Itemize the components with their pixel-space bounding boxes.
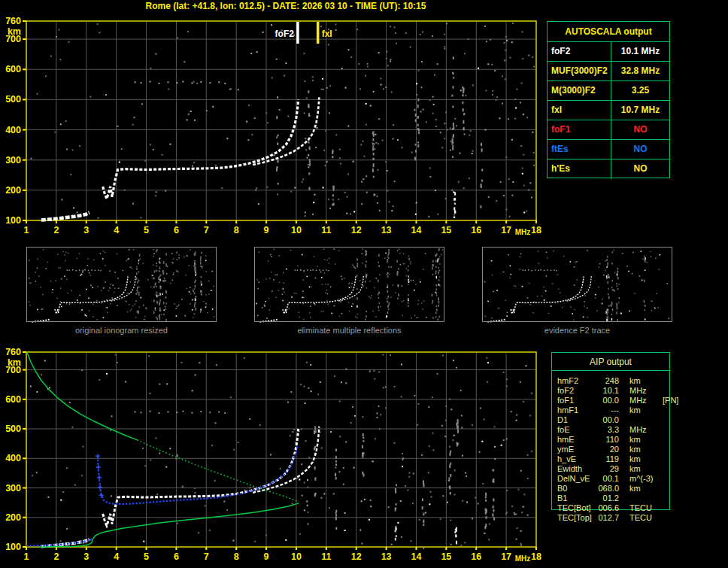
aip-unit: TECU — [619, 503, 658, 513]
svg-text:10: 10 — [291, 225, 302, 235]
aip-label: ymE — [557, 445, 596, 454]
aip-note — [658, 386, 669, 396]
svg-text:300: 300 — [5, 155, 21, 166]
aip-unit: km — [619, 454, 658, 464]
aip-note — [658, 484, 669, 494]
svg-text:2: 2 — [53, 225, 59, 235]
aip-unit — [619, 415, 658, 425]
autoscala-row-MUF(3000)F2: MUF(3000)F232.8 MHz — [548, 62, 669, 81]
aip-unit: TECU — [619, 513, 658, 523]
thumbnail-caption: evidence F2 trace — [482, 326, 672, 335]
autoscala-row-fxI: fxI10.7 MHz — [548, 101, 669, 120]
aip-unit: m^(-3) — [619, 474, 658, 484]
svg-text:18: 18 — [531, 551, 541, 562]
svg-text:2: 2 — [53, 551, 59, 562]
aip-value: 006.6 — [596, 503, 619, 513]
aip-note — [658, 405, 669, 415]
aip-value: 20 — [596, 445, 619, 454]
aip-label: D1 — [557, 415, 596, 425]
aip-note — [658, 494, 669, 503]
autoscala-table-rows: foF210.1 MHzMUF(3000)F232.8 MHzM(3000)F2… — [548, 42, 669, 179]
aip-row-hmE: hmE110km — [552, 435, 669, 445]
page-title: Rome (lat: +41.8, lon: 012.5) - DATE: 20… — [26, 1, 545, 11]
top-plot-noise — [31, 23, 535, 219]
autoscala-param-value: NO — [611, 120, 669, 139]
svg-text:500: 500 — [5, 424, 21, 434]
aip-label: DelN_vE — [557, 474, 596, 484]
aip-table-header: AIP output — [552, 353, 669, 371]
aip-value: 119 — [596, 454, 619, 464]
svg-text:16: 16 — [471, 225, 481, 235]
autoscala-row-h'Es: h'EsNO — [548, 159, 669, 179]
aip-note — [658, 474, 669, 484]
svg-text:200: 200 — [5, 185, 21, 196]
aip-label: foF1 — [557, 396, 596, 405]
aip-value: 00.0 — [596, 415, 619, 425]
svg-text:6: 6 — [174, 551, 179, 562]
thumbnail-caption: original ionogram resized — [26, 326, 217, 335]
svg-text:8: 8 — [234, 225, 239, 235]
top-plot-traces — [41, 97, 319, 220]
aip-note — [658, 415, 669, 425]
top-ionogram-plot: 760700600500400300200100km12345678910111… — [5, 16, 541, 236]
autoscala-param-label: fxI — [548, 101, 611, 120]
autoscala-param-value: 10.1 MHz — [611, 42, 669, 61]
svg-text:100: 100 — [5, 215, 21, 226]
aip-label: foE — [557, 425, 596, 435]
svg-text:400: 400 — [5, 453, 21, 463]
aip-label: B1 — [557, 494, 596, 503]
aip-output-table: AIP output hmF2248kmfoF210.1MHzfoF100.0M… — [551, 352, 670, 510]
svg-text:9: 9 — [264, 225, 269, 235]
aip-value: 10.1 — [596, 386, 619, 396]
autoscala-param-value: 32.8 MHz — [611, 62, 669, 80]
aip-value: 00.0 — [596, 396, 619, 405]
svg-text:14: 14 — [411, 225, 422, 235]
aip-note — [658, 435, 669, 445]
svg-text:15: 15 — [441, 551, 451, 562]
aip-note — [658, 425, 669, 435]
bottom-aip-plot: 760700600500400300200100km12345678910111… — [5, 347, 541, 563]
svg-text:300: 300 — [5, 483, 21, 494]
svg-text:5: 5 — [144, 225, 149, 235]
aip-label: hmF1 — [557, 405, 596, 415]
svg-text:16: 16 — [471, 551, 481, 562]
aip-note — [658, 445, 669, 454]
aip-label: TEC[Bot] — [557, 503, 596, 513]
autoscala-row-foF2: foF210.1 MHz — [548, 42, 669, 62]
svg-text:6: 6 — [174, 225, 179, 235]
autoscala-param-label: h'Es — [548, 159, 611, 179]
aip-value: 29 — [596, 464, 619, 474]
aip-note — [658, 464, 669, 474]
svg-text:600: 600 — [5, 394, 21, 405]
aip-row-B0: B0068.0km — [552, 484, 669, 494]
autoscala-row-foF1: foF1NO — [548, 120, 669, 140]
svg-text:200: 200 — [5, 512, 21, 523]
autoscala-param-label: foF1 — [548, 120, 611, 139]
svg-text:17: 17 — [501, 225, 511, 235]
svg-text:14: 14 — [411, 551, 422, 562]
aip-unit: km — [619, 376, 658, 386]
thumbnail-caption: eliminate multiple reflections — [254, 326, 444, 335]
thumbnail-evidence-f2-trace — [482, 247, 672, 322]
aip-unit: km — [619, 435, 658, 445]
aip-value: 3.3 — [596, 425, 619, 435]
autoscala-table-header: AUTOSCALA output — [548, 22, 669, 42]
autoscala-output-table: AUTOSCALA output foF210.1 MHzMUF(3000)F2… — [547, 21, 670, 178]
svg-text:3: 3 — [83, 225, 89, 235]
aip-row-ymE: ymE20km — [552, 445, 669, 454]
aip-unit: MHz — [619, 425, 658, 435]
aip-value: 110 — [596, 435, 619, 445]
svg-text:17: 17 — [501, 551, 511, 562]
aip-row-foF2: foF210.1MHz — [552, 386, 669, 396]
aip-row-TEC[Top]: TEC[Top]012.7TECU — [552, 513, 669, 523]
autoscala-app-window: 760700600500400300200100km12345678910111… — [0, 0, 728, 568]
svg-text:500: 500 — [5, 94, 21, 105]
svg-text:600: 600 — [5, 64, 21, 74]
autoscala-param-label: M(3000)F2 — [548, 81, 611, 100]
aip-note — [658, 503, 669, 513]
aip-unit: MHz — [619, 396, 658, 405]
aip-label: hmE — [557, 435, 596, 445]
svg-text:1: 1 — [24, 225, 29, 235]
aip-row-Ewidth: Ewidth29km — [552, 464, 669, 474]
aip-unit — [619, 494, 658, 503]
